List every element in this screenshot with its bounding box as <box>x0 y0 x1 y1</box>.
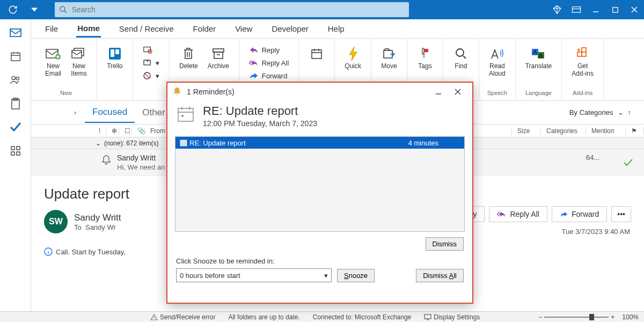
sort-label[interactable]: By Categories <box>569 108 613 116</box>
apps-icon[interactable] <box>5 142 26 160</box>
left-nav <box>0 19 31 311</box>
new-items-button[interactable]: New Items <box>68 44 90 80</box>
move-button[interactable]: Move <box>378 44 400 72</box>
tab-send-receive[interactable]: Send / Receive <box>118 21 175 36</box>
done-check-icon <box>623 158 633 167</box>
svg-point-5 <box>12 76 15 79</box>
dropdown-icon[interactable] <box>25 0 44 19</box>
dismiss-button[interactable]: Dismiss <box>426 237 464 251</box>
svg-rect-19 <box>115 49 119 54</box>
sender-avatar: SW <box>44 210 68 233</box>
reminder-bell-icon <box>101 155 111 165</box>
calendar-large-icon <box>176 104 195 123</box>
reply-all-button[interactable]: Reply All <box>246 57 292 69</box>
svg-point-0 <box>60 6 65 11</box>
search-box[interactable] <box>55 2 409 17</box>
meeting-button[interactable] <box>305 44 328 63</box>
minimize-button[interactable] <box>586 0 605 19</box>
new-email-button[interactable]: New Email <box>42 44 64 80</box>
svg-rect-16 <box>72 50 82 58</box>
svg-rect-1 <box>573 7 581 13</box>
warning-icon <box>150 313 158 321</box>
dismiss-all-button[interactable]: Dismiss All <box>416 269 464 282</box>
svg-rect-38 <box>178 108 193 121</box>
svg-rect-3 <box>10 29 21 36</box>
get-addins-button[interactable]: Get Add-ins <box>568 44 597 80</box>
dialog-title: 1 Reminder(s) <box>187 87 235 96</box>
trello-button[interactable]: Trello <box>104 44 126 72</box>
svg-rect-10 <box>17 147 20 150</box>
archive-button[interactable]: Archive <box>204 44 232 72</box>
svg-rect-2 <box>612 7 617 12</box>
svg-point-6 <box>16 77 18 80</box>
cleanup-button[interactable]: ▾ <box>140 57 163 69</box>
read-aloud-button[interactable]: Read Aloud <box>486 44 509 80</box>
svg-rect-37 <box>425 314 431 319</box>
quick-steps-button[interactable]: Quick <box>341 44 364 72</box>
status-bar: Send/Receive error All folders are up to… <box>0 311 644 322</box>
premium-icon[interactable] <box>547 0 567 19</box>
calendar-icon[interactable] <box>5 47 26 65</box>
junk-button[interactable]: ▾ <box>140 70 163 82</box>
zoom-out-icon[interactable]: − <box>538 313 542 321</box>
title-bar <box>0 0 644 19</box>
dialog-minimize-button[interactable] <box>429 84 448 100</box>
reminder-list: RE: Update report 4 minutes <box>175 136 465 232</box>
tags-button[interactable]: Tags <box>414 44 436 72</box>
reminder-dialog: 1 Reminder(s) RE: Update report 12:00 PM… <box>166 82 473 304</box>
svg-rect-9 <box>11 147 14 150</box>
snooze-button[interactable]: Snooze <box>337 269 375 282</box>
tab-folder[interactable]: Folder <box>192 21 217 36</box>
people-icon[interactable] <box>5 71 26 89</box>
zoom-in-icon[interactable]: + <box>611 313 614 321</box>
reading-from: Sandy Writt <box>74 213 121 223</box>
ribbon-group-new: New <box>60 90 72 98</box>
chevron-down-icon[interactable]: ⌄ <box>618 108 624 116</box>
svg-rect-34 <box>582 52 586 56</box>
tab-help[interactable]: Help <box>327 21 346 36</box>
display-settings-button[interactable]: Display Settings <box>424 313 480 321</box>
sort-asc-icon[interactable]: ↑ <box>628 108 632 116</box>
pane-more-button[interactable]: ••• <box>611 206 631 222</box>
reply-button[interactable]: Reply <box>246 44 292 56</box>
forward-button[interactable]: Forward <box>246 70 292 82</box>
close-button[interactable] <box>625 0 644 19</box>
reminder-item[interactable]: RE: Update report 4 minutes <box>175 137 464 149</box>
mail-icon[interactable] <box>5 24 26 42</box>
translate-button[interactable]: AあTranslate <box>522 44 555 72</box>
tab-view[interactable]: View <box>234 21 253 36</box>
tab-home[interactable]: Home <box>76 20 101 38</box>
dialog-close-button[interactable] <box>449 84 467 100</box>
svg-rect-12 <box>17 152 20 155</box>
delete-button[interactable]: Delete <box>176 44 201 72</box>
tab-focused[interactable]: Focused <box>85 103 135 123</box>
svg-rect-25 <box>214 52 223 58</box>
ignore-button[interactable] <box>140 44 163 56</box>
svg-rect-26 <box>312 50 321 58</box>
svg-rect-24 <box>213 49 224 52</box>
svg-point-28 <box>456 49 464 56</box>
search-icon <box>59 5 67 14</box>
tab-developer[interactable]: Developer <box>270 21 309 36</box>
tasks-icon[interactable] <box>5 94 26 113</box>
ribbon-mode-icon[interactable] <box>567 0 586 19</box>
pane-reply-all-button[interactable]: Reply All <box>489 206 547 222</box>
maximize-button[interactable] <box>605 0 625 19</box>
svg-point-39 <box>182 115 184 117</box>
svg-rect-18 <box>111 49 114 57</box>
calendar-small-icon <box>180 139 187 147</box>
snooze-hint: Click Snooze to be reminded in: <box>176 257 464 265</box>
search-input[interactable] <box>71 5 405 14</box>
pane-forward-button[interactable]: Forward <box>552 206 607 222</box>
svg-rect-35 <box>582 48 586 52</box>
expand-folders-icon[interactable]: › <box>65 108 85 116</box>
snooze-select[interactable]: 0 hours before start▾ <box>176 268 332 282</box>
tab-file[interactable]: File <box>44 21 59 36</box>
dialog-heading: RE: Update report <box>203 104 317 118</box>
check-icon[interactable] <box>5 118 26 136</box>
sync-icon[interactable] <box>3 0 23 19</box>
find-button[interactable]: Find <box>450 44 472 72</box>
zoom-slider[interactable]: − + 100% <box>538 313 639 321</box>
svg-rect-4 <box>11 53 20 61</box>
dialog-subheading: 12:00 PM Tuesday, March 7, 2023 <box>203 119 317 128</box>
